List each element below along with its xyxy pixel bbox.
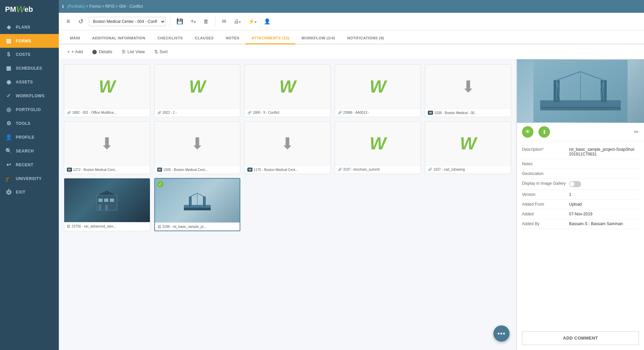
card-preview-5: ⬇ (425, 65, 511, 108)
tab-notifications[interactable]: NOTIFICATIONS (9) (341, 33, 390, 44)
attachment-card-2[interactable]: W 🔗 2822 - 1 - (154, 64, 241, 117)
sidebar-item-exit[interactable]: ⏻ EXIT (0, 185, 59, 199)
delete-button[interactable]: 🗑 (201, 17, 211, 26)
field-label-added-from: Added From (522, 202, 569, 207)
fab-button[interactable]: ••• (493, 325, 510, 342)
w-badge: W (157, 168, 162, 172)
attachment-card-1[interactable]: W 🔗 1892 - 001 - Office Modifica... (64, 64, 150, 117)
email-button[interactable]: ✉ (219, 16, 229, 26)
add-button[interactable]: +▾ (188, 16, 199, 27)
w-badge: W (67, 168, 72, 172)
save-button[interactable]: 💾 (174, 16, 186, 26)
w-logo-icon: W (370, 78, 386, 95)
card-label-9: 🔗 3197 - brochure_summit (335, 165, 421, 173)
logo-eb: eb (25, 5, 33, 14)
download-panel-button[interactable]: ⬇ (538, 126, 550, 138)
sidebar-item-schedules[interactable]: ▦ SCHEDULES (0, 61, 59, 75)
add-attachment-button[interactable]: + + Add (64, 47, 86, 56)
sidebar-item-profile[interactable]: 👤 PROFILE (0, 130, 59, 144)
w-logo-icon: W (370, 135, 386, 152)
list-view-button[interactable]: ☰ List View (118, 47, 148, 56)
sidebar-item-label: TOOLS (16, 121, 31, 126)
tab-workflow[interactable]: WORKFLOW (2/4) (295, 33, 341, 44)
person-button[interactable]: 👤 (261, 16, 273, 26)
sidebar-item-tools[interactable]: ⚙ TOOLS (0, 116, 59, 130)
attachment-card-9[interactable]: W 🔗 3197 - brochure_summit (335, 121, 421, 174)
field-value-gallery[interactable] (569, 181, 639, 187)
field-label-added: Added (522, 212, 569, 216)
field-added-by: Added By Bassam.S - Bassam Samman (522, 219, 639, 229)
tab-main[interactable]: MAIN (64, 33, 86, 44)
field-label-notes: Notes (522, 162, 569, 166)
tab-attachments[interactable]: ATTACHMENTS (12) (245, 33, 295, 44)
field-description: Description* rst_basic_sample_project-Sn… (522, 145, 639, 159)
sidebar-item-label: SEARCH (16, 149, 34, 153)
edit-button[interactable]: ✏ (634, 128, 639, 136)
attachment-card-6[interactable]: ⬇ W 1272 - Boston Medical Cent... (64, 121, 150, 174)
attachment-grid: W 🔗 1892 - 001 - Office Modifica... W 🔗 … (64, 64, 511, 231)
svg-rect-5 (105, 205, 108, 210)
image-icon: 🖼 (67, 224, 70, 228)
print-button[interactable]: 🖨▾ (231, 17, 243, 26)
sidebar-item-university[interactable]: 🎓 UNIVERSITY (0, 172, 59, 185)
action-button[interactable]: ⚡▾ (246, 16, 259, 26)
attachment-card-4[interactable]: W 🔗 23886 - AA0013 - (335, 64, 421, 117)
sidebar-item-forms[interactable]: ▤ FORMS (0, 34, 59, 48)
tab-additional[interactable]: ADDITIONAL INFORMATION (86, 33, 151, 44)
project-select[interactable]: Boston Medical Center - 004 - Confl (89, 17, 166, 26)
sidebar-item-label: COSTS (16, 52, 31, 57)
field-added-from: Added From Upload (522, 200, 639, 209)
university-icon: 🎓 (5, 175, 12, 182)
attachment-card-5[interactable]: ⬇ W 1038 - Boston Medical - 00... (425, 64, 511, 117)
topbar: ℹ (Portfolio) > Forms > RFIS > 004 - Con… (59, 0, 644, 13)
logo-pm: PM (5, 5, 16, 14)
tab-checklists[interactable]: CHECKLISTS (152, 33, 189, 44)
panel-image-svg (533, 60, 628, 122)
tools-icon: ⚙ (5, 120, 12, 127)
details-button[interactable]: ⬤ Details (89, 47, 116, 56)
card-label-2: 🔗 2822 - 1 - (155, 108, 240, 116)
add-comment-button[interactable]: ADD COMMENT (522, 331, 639, 345)
attachment-card-3[interactable]: W 🔗 1906 - 9 - Conflict (244, 64, 331, 117)
sidebar-item-label: RECENT (16, 163, 33, 167)
card-label-10: 🔗 1037 - cad_1drawing (425, 165, 511, 173)
undo-button[interactable]: ↺ (76, 16, 86, 27)
link-icon: 🔗 (338, 111, 342, 114)
tab-clauses[interactable]: CLAUSES (189, 33, 220, 44)
breadcrumb-portfolio[interactable]: (Portfolio) (67, 4, 85, 9)
attachment-card-8[interactable]: ⬇ W 1175 - Boston Medical Cent... (244, 121, 331, 174)
attachment-card-7[interactable]: ⬇ W 1505 - Boston Medical Cent... (154, 121, 241, 174)
sidebar-item-recent[interactable]: ↩ RECENT (0, 158, 59, 172)
image-icon: 🖼 (158, 225, 161, 229)
view-button[interactable]: 👁 (522, 126, 533, 138)
svg-rect-31 (540, 107, 621, 110)
attachment-card-10[interactable]: W 🔗 1037 - cad_1drawing (425, 121, 511, 174)
info-icon[interactable]: ℹ (62, 4, 64, 9)
sidebar-item-costs[interactable]: $ COSTS (0, 48, 59, 61)
attachment-card-12[interactable]: ✓ 🖼 3 (154, 178, 241, 231)
sort-button[interactable]: ⇅ Sort (151, 47, 171, 56)
toolbar: ≡ ↺ Boston Medical Center - 004 - Confl … (59, 13, 644, 30)
sub-toolbar: + + Add ⬤ Details ☰ List View ⇅ Sort (59, 44, 644, 59)
sidebar-item-label: PORTFOLIO (16, 107, 41, 112)
w-badge: W (428, 111, 433, 115)
field-label-added-by: Added By (522, 221, 569, 226)
card-label-5: W 1038 - Boston Medical - 00... (425, 108, 511, 117)
sidebar-item-label: PROFILE (16, 135, 35, 140)
link-icon: 🔗 (428, 168, 432, 171)
w-badge: W (247, 168, 252, 172)
forms-icon: ▤ (5, 38, 12, 44)
plus-icon: + (67, 49, 70, 54)
w-logo-icon: W (279, 78, 296, 95)
sidebar-item-workflows[interactable]: ✓ WORKFLOWS (0, 89, 59, 103)
sidebar-item-search[interactable]: 🔍 SEARCH (0, 144, 59, 158)
field-geolocation: Geolocation (522, 169, 639, 179)
attachment-card-11[interactable]: 🖼 23756 - rac_advanced_sam... (64, 178, 150, 231)
sidebar-item-plans[interactable]: ◈ PLANS (0, 20, 59, 34)
sidebar-item-portfolio[interactable]: ◎ PORTFOLIO (0, 103, 59, 116)
tab-notes[interactable]: NOTES (220, 33, 245, 44)
gallery-toggle[interactable] (569, 181, 581, 187)
menu-button[interactable]: ≡ (64, 16, 73, 27)
panel-actions: 👁 ⬇ ✏ (517, 123, 644, 141)
sidebar-item-assets[interactable]: ◉ ASSETS (0, 75, 59, 89)
